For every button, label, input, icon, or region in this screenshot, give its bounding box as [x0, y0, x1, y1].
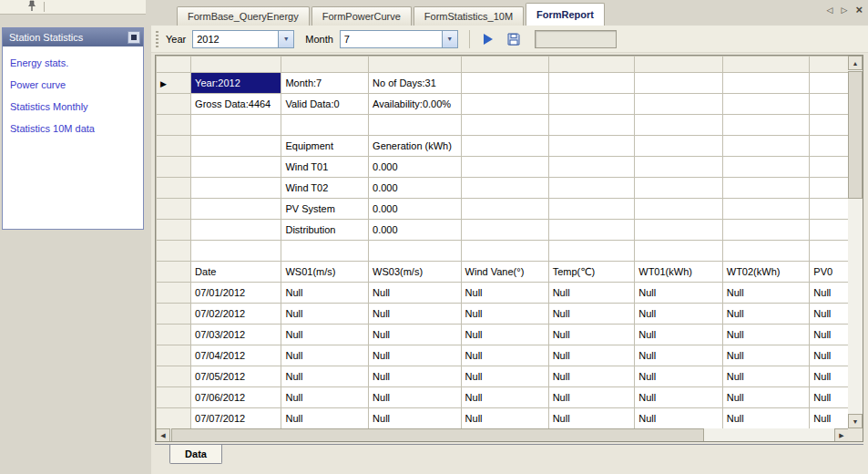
grid-cell[interactable]: Null	[369, 304, 462, 325]
grid-cell[interactable]: Year:2012	[191, 73, 281, 94]
grid-cell[interactable]: Valid Data:0	[281, 94, 369, 115]
grid-cell[interactable]: Null	[461, 387, 548, 408]
grid-cell[interactable]: Null	[461, 325, 548, 345]
grid-column-header[interactable]	[281, 57, 369, 73]
grid-cell[interactable]	[635, 199, 723, 220]
scroll-down-icon[interactable]: ▼	[848, 414, 863, 428]
year-combobox[interactable]: 2012 ▼	[192, 30, 294, 48]
grid-cell[interactable]: Null	[722, 325, 810, 345]
chevron-down-icon[interactable]: ▼	[442, 31, 457, 47]
grid-cell[interactable]	[548, 136, 635, 157]
grid-cell[interactable]	[191, 220, 281, 241]
panel-options-button[interactable]	[128, 31, 140, 44]
grid-cell[interactable]	[722, 157, 810, 178]
grid-cell[interactable]	[722, 73, 810, 94]
grid-cell[interactable]: WS01(m/s)	[281, 262, 369, 283]
grid-cell[interactable]: Month:7	[281, 73, 369, 94]
grid-cell[interactable]: Wind T01	[281, 157, 369, 178]
grid-cell[interactable]	[191, 115, 281, 136]
run-query-button[interactable]	[479, 30, 497, 48]
grid-cell[interactable]	[461, 115, 548, 136]
grid-cell[interactable]: Null	[369, 366, 462, 387]
grid-cell[interactable]	[548, 241, 635, 262]
grid-cell[interactable]: WT02(kWh)	[722, 262, 810, 283]
grid-cell[interactable]	[548, 199, 635, 220]
grid-row-header[interactable]	[157, 283, 191, 304]
grid-cell[interactable]: Null	[281, 366, 369, 387]
grid-cell[interactable]	[635, 136, 723, 157]
grid-cell[interactable]: Temp(℃)	[548, 262, 635, 283]
grid-cell[interactable]: Null	[635, 283, 723, 304]
grid-cell[interactable]: 0.000	[369, 199, 462, 220]
pin-icon[interactable]	[27, 0, 36, 14]
grid-cell[interactable]: Null	[722, 345, 810, 366]
grid-cell[interactable]	[722, 136, 810, 157]
grid-cell[interactable]: Null	[461, 366, 548, 387]
grid-cell[interactable]: Null	[369, 387, 462, 408]
grid-row-header[interactable]	[157, 345, 191, 366]
grid-cell[interactable]: Null	[635, 304, 723, 325]
grid-cell[interactable]: 07/02/2012	[191, 304, 281, 325]
grid-cell[interactable]: 0.000	[369, 157, 462, 178]
grid-cell[interactable]: Null	[548, 387, 635, 408]
grid-cell[interactable]: Null	[635, 408, 723, 429]
grid-cell[interactable]: Null	[548, 345, 635, 366]
grid-cell[interactable]	[191, 199, 281, 220]
grid-cell[interactable]: 0.000	[369, 220, 462, 241]
grid-cell[interactable]: Null	[635, 345, 723, 366]
grid-cell[interactable]	[548, 115, 635, 136]
grid-row-header[interactable]	[157, 304, 191, 325]
grid-cell[interactable]: Null	[722, 283, 810, 304]
grid-cell[interactable]	[722, 220, 810, 241]
grid-cell[interactable]	[461, 94, 548, 115]
grid-cell[interactable]	[461, 73, 548, 94]
grid-cell[interactable]: Null	[548, 408, 635, 429]
grid-cell[interactable]: Null	[281, 408, 369, 429]
grid-cell[interactable]: 07/06/2012	[191, 387, 281, 408]
grid-cell[interactable]	[461, 136, 548, 157]
chevron-down-icon[interactable]: ▼	[278, 31, 293, 47]
grid-cell[interactable]: Null	[548, 325, 635, 345]
grid-cell[interactable]: Null	[369, 325, 462, 345]
grid-cell[interactable]	[722, 115, 810, 136]
grid-cell[interactable]	[191, 178, 281, 199]
grid-column-header[interactable]	[369, 57, 462, 73]
grid-cell[interactable]	[635, 73, 723, 94]
month-combobox[interactable]: 7 ▼	[340, 30, 458, 48]
grid-row-header[interactable]	[157, 199, 191, 220]
grid-cell[interactable]: Generation (kWh)	[369, 136, 462, 157]
grid-cell[interactable]	[722, 199, 810, 220]
tab-formstatistics-10m[interactable]: FormStatistics_10M	[414, 6, 524, 26]
grid-row-header[interactable]	[157, 387, 191, 408]
grid-row-header[interactable]	[157, 178, 191, 199]
grid-cell[interactable]	[191, 241, 281, 262]
grid-cell[interactable]: Availability:0.00%	[369, 94, 462, 115]
grid-cell[interactable]	[635, 220, 723, 241]
grid-cell[interactable]	[369, 115, 462, 136]
grid-cell[interactable]	[635, 115, 723, 136]
grid-cell[interactable]	[461, 241, 548, 262]
grid-cell[interactable]: 07/03/2012	[191, 325, 281, 345]
grid-cell[interactable]: Wind T02	[281, 178, 369, 199]
grid-cell[interactable]: Gross Data:4464	[191, 94, 281, 115]
sidebar-item-statistics-10m-data[interactable]: Statistics 10M data	[10, 123, 143, 134]
grid-row-header[interactable]	[157, 366, 191, 387]
grid-cell[interactable]: Null	[722, 387, 810, 408]
grid-cell[interactable]: 0.000	[369, 178, 462, 199]
grid-cell[interactable]: Null	[369, 283, 462, 304]
grid-cell[interactable]	[635, 157, 723, 178]
scroll-left-icon[interactable]: ◀	[156, 428, 170, 442]
grid-cell[interactable]: Null	[635, 387, 723, 408]
grid-cell[interactable]: Null	[722, 366, 810, 387]
grid-row-header[interactable]	[157, 115, 191, 136]
grid-cell[interactable]: No of Days:31	[369, 73, 462, 94]
tab-formbase-queryenergy[interactable]: FormBase_QueryEnergy	[177, 6, 310, 26]
grid-row-header[interactable]	[157, 157, 191, 178]
tab-formreport[interactable]: FormReport	[526, 3, 605, 26]
panel-header[interactable]: Station Statistics	[3, 28, 143, 46]
grid-cell[interactable]	[191, 136, 281, 157]
grid-cell[interactable]: Null	[722, 408, 810, 429]
grid-row-header[interactable]	[157, 136, 191, 157]
grid-cell[interactable]: Null	[461, 345, 548, 366]
grid-cell[interactable]: Null	[369, 408, 462, 429]
